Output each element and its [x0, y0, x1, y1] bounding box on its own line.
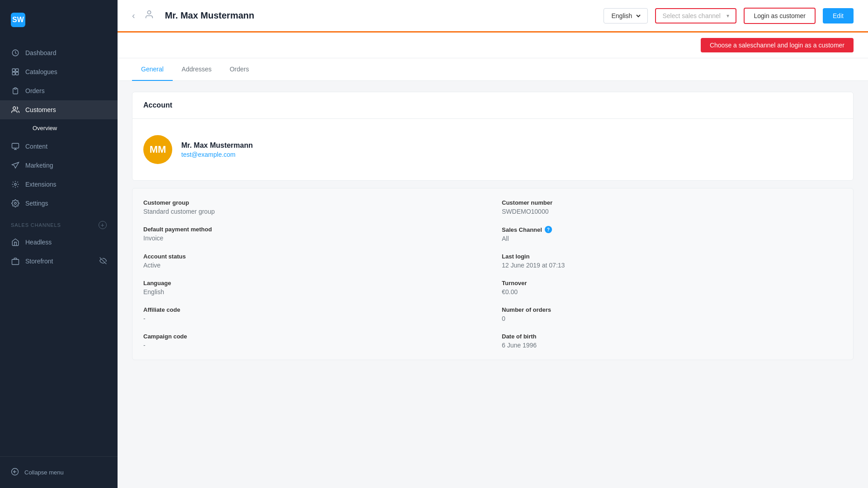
language-select[interactable]: English Deutsch French: [609, 12, 642, 20]
field-turnover: Turnover €0.00: [502, 280, 842, 296]
svg-rect-2: [16, 69, 19, 71]
sales-channel-selector[interactable]: Select sales channel ▾: [655, 8, 736, 23]
marketing-icon: [11, 161, 20, 170]
field-customer-number-value: SWDEMO10000: [502, 208, 842, 215]
sales-channels-section: Sales Channels +: [0, 213, 118, 233]
svg-rect-4: [16, 72, 19, 75]
tab-orders[interactable]: Orders: [221, 58, 258, 81]
field-customer-number: Customer number SWDEMO10000: [502, 199, 842, 215]
alert-message: Choose a saleschannel and login as a cus…: [701, 38, 854, 52]
help-icon[interactable]: ?: [545, 226, 552, 233]
field-language: Language English: [143, 280, 484, 296]
sales-channel-placeholder: Select sales channel: [662, 12, 720, 19]
add-sales-channel-button[interactable]: +: [99, 221, 107, 229]
sidebar-item-customers[interactable]: Customers: [0, 100, 118, 119]
sidebar-bottom: Collapse menu: [0, 456, 118, 488]
back-button[interactable]: ‹: [132, 10, 135, 21]
field-language-value: English: [143, 288, 484, 296]
sidebar-navigation: Dashboard Catalogues Orders Customers: [0, 40, 118, 456]
field-customer-group: Customer group Standard customer group: [143, 199, 484, 215]
svg-rect-10: [12, 259, 19, 264]
field-language-label: Language: [143, 280, 484, 286]
avatar: MM: [143, 135, 172, 164]
sidebar-item-content[interactable]: Content: [0, 137, 118, 156]
sidebar-sub-nav-customers: Overview: [0, 119, 118, 137]
field-last-login-value: 12 June 2019 at 07:13: [502, 262, 842, 269]
login-as-customer-button[interactable]: Login as customer: [744, 8, 815, 24]
collapse-menu-button[interactable]: Collapse menu: [11, 464, 107, 481]
account-user-email: test@example.com: [181, 151, 253, 158]
svg-rect-5: [14, 88, 17, 89]
sidebar: SW Dashboard Catalogues Orders: [0, 0, 118, 488]
dashboard-icon: [11, 48, 20, 57]
storefront-icon: [11, 257, 20, 266]
tabs-bar: General Addresses Orders: [118, 58, 868, 81]
sidebar-item-orders[interactable]: Orders: [0, 81, 118, 100]
catalogue-icon: [11, 67, 20, 76]
details-card: Customer group Standard customer group C…: [132, 188, 854, 360]
sidebar-item-catalogues[interactable]: Catalogues: [0, 62, 118, 81]
tab-addresses[interactable]: Addresses: [173, 58, 221, 81]
sidebar-item-marketing[interactable]: Marketing: [0, 156, 118, 175]
sidebar-item-settings[interactable]: Settings: [0, 194, 118, 213]
collapse-icon: [11, 468, 19, 477]
sidebar-item-label: Extensions: [25, 181, 56, 188]
account-user-details: Mr. Max Mustermann test@example.com: [181, 141, 253, 158]
field-date-of-birth-label: Date of birth: [502, 333, 842, 340]
field-turnover-label: Turnover: [502, 280, 842, 286]
collapse-label: Collapse menu: [24, 469, 64, 476]
field-num-orders-value: 0: [502, 315, 842, 322]
sidebar-item-dashboard[interactable]: Dashboard: [0, 43, 118, 62]
svg-rect-7: [12, 143, 19, 148]
sidebar-item-extensions[interactable]: Extensions: [0, 175, 118, 194]
storefront-visibility-icon[interactable]: [99, 257, 107, 266]
customers-icon: [11, 105, 20, 114]
sidebar-item-label: Content: [25, 143, 47, 150]
field-last-login-label: Last login: [502, 253, 842, 260]
settings-icon: [11, 199, 20, 208]
account-card: Account MM Mr. Max Mustermann test@examp…: [132, 92, 854, 181]
svg-point-9: [14, 202, 17, 205]
tab-general[interactable]: General: [132, 58, 173, 81]
field-campaign-code: Campaign code -: [143, 333, 484, 349]
field-campaign-code-value: -: [143, 342, 484, 349]
field-customer-number-label: Customer number: [502, 199, 842, 206]
details-grid: Customer group Standard customer group C…: [143, 199, 842, 349]
chevron-down-icon: ▾: [726, 13, 729, 19]
sidebar-item-label: Marketing: [25, 162, 53, 169]
alert-banner: Choose a saleschannel and login as a cus…: [118, 33, 868, 58]
field-customer-group-value: Standard customer group: [143, 208, 484, 215]
account-user-name: Mr. Max Mustermann: [181, 141, 253, 150]
svg-point-14: [147, 11, 151, 14]
main-content: ‹ Mr. Max Mustermann English Deutsch Fre…: [118, 0, 868, 488]
topbar: ‹ Mr. Max Mustermann English Deutsch Fre…: [118, 0, 868, 33]
orders-icon: [11, 86, 20, 95]
field-default-payment: Default payment method Invoice: [143, 226, 484, 242]
language-selector[interactable]: English Deutsch French: [604, 8, 648, 23]
content-area: Account MM Mr. Max Mustermann test@examp…: [118, 81, 868, 488]
field-sales-channel-label: Sales Channel ?: [502, 226, 842, 233]
svg-rect-3: [12, 72, 15, 75]
account-card-header: Account: [132, 92, 853, 119]
sidebar-item-label: Customers: [25, 106, 56, 113]
field-turnover-value: €0.00: [502, 288, 842, 296]
field-sales-channel-value: All: [502, 235, 842, 242]
sidebar-logo: SW: [0, 0, 118, 40]
sidebar-item-label: Dashboard: [25, 49, 57, 56]
field-sales-channel: Sales Channel ? All: [502, 226, 842, 242]
sidebar-item-label: Settings: [25, 200, 48, 207]
sidebar-item-label: Orders: [25, 87, 45, 94]
svg-rect-1: [12, 69, 15, 71]
field-date-of-birth-value: 6 June 1996: [502, 342, 842, 349]
sidebar-item-customers-overview[interactable]: Overview: [25, 121, 118, 135]
edit-button[interactable]: Edit: [823, 8, 854, 23]
sidebar-item-headless[interactable]: Headless: [0, 233, 118, 252]
page-title: Mr. Max Mustermann: [165, 10, 597, 21]
svg-point-8: [14, 183, 17, 186]
field-affiliate-code-label: Affiliate code: [143, 306, 484, 313]
sidebar-item-storefront[interactable]: Storefront: [0, 252, 118, 271]
field-last-login: Last login 12 June 2019 at 07:13: [502, 253, 842, 269]
field-account-status-label: Account status: [143, 253, 484, 260]
field-customer-group-label: Customer group: [143, 199, 484, 206]
logo-icon: SW: [11, 13, 25, 27]
